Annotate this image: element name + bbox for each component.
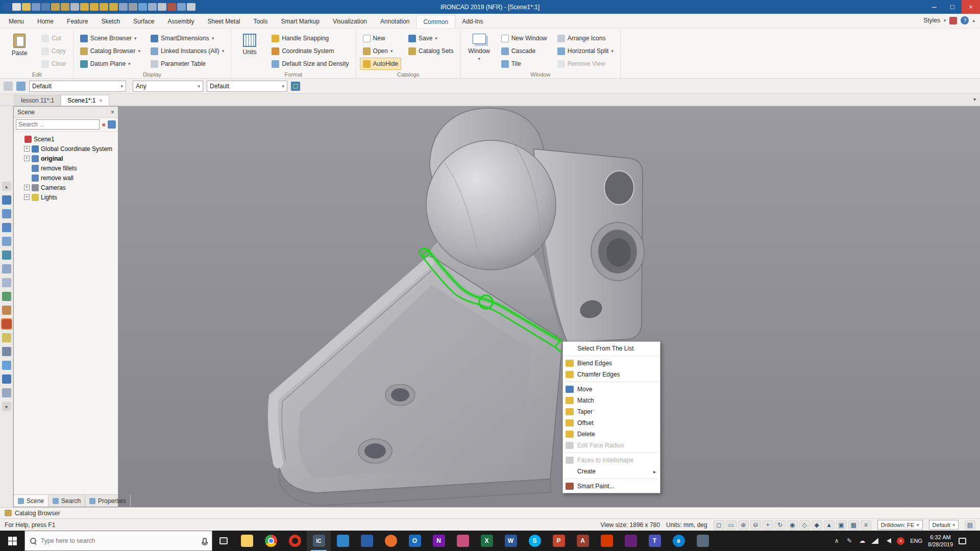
expand-icon[interactable]: +	[24, 185, 30, 190]
collapse-ribbon-icon[interactable]: ▴	[972, 18, 975, 23]
zoom-in-icon[interactable]: ⊕	[738, 520, 749, 530]
camera-view-icon[interactable]: ▣	[836, 520, 847, 530]
taskbar-onenote-button[interactable]: N	[427, 531, 451, 551]
arrange-icons-button[interactable]: Arrange Icons	[554, 32, 617, 44]
expand-icon[interactable]: +	[24, 156, 30, 161]
taskbar-teams-button[interactable]: T	[643, 531, 667, 551]
taskbar-edge-button[interactable]: e	[667, 531, 691, 551]
menu-tab-smart-markup[interactable]: Smart Markup	[275, 15, 326, 28]
paste-button[interactable]: Paste	[5, 31, 34, 70]
catalog-scenes-icon[interactable]	[2, 347, 11, 356]
wireframe-mode-icon[interactable]: ◇	[799, 520, 810, 530]
snap-icon[interactable]	[138, 3, 147, 11]
expand-icon[interactable]: +	[24, 194, 30, 200]
context-menu-item-offset[interactable]: Offset	[563, 417, 660, 429]
menu-tab-assembly[interactable]: Assembly	[161, 15, 201, 28]
language-indicator[interactable]: ENG	[910, 538, 922, 544]
catalog-sheetmetal-icon[interactable]	[2, 251, 11, 260]
drilldown-dropdown[interactable]: Drilldown: FE ▾	[877, 520, 923, 530]
menu-tab-menu[interactable]: Menu	[2, 15, 31, 28]
panel-tab-scene[interactable]: Scene	[14, 495, 48, 507]
viewport-3d-model[interactable]	[0, 106, 980, 507]
handle-snapping-button[interactable]: Handle Snapping	[268, 32, 352, 44]
smartdimensions-button[interactable]: SmartDimensions ▾	[148, 32, 227, 44]
context-menu-item-select-from-the-list[interactable]: Select From The List	[563, 343, 660, 354]
catalog-sketch-icon[interactable]	[2, 361, 11, 370]
taskbar-search[interactable]	[24, 531, 212, 551]
measure-icon[interactable]	[158, 3, 166, 11]
catalog-tools-icon[interactable]	[2, 223, 11, 232]
new-window-button[interactable]: New Window	[498, 32, 550, 44]
zoom-out-icon[interactable]: ⊖	[750, 520, 761, 530]
catalog-sets-button[interactable]: Catalog Sets	[405, 45, 457, 57]
tray-expand-icon[interactable]: ∧	[833, 537, 840, 544]
taskbar-skype-button[interactable]: S	[523, 531, 547, 551]
app-menu-icon[interactable]	[3, 3, 11, 11]
catalog-colors-icon[interactable]	[2, 319, 11, 329]
close-button[interactable]: ×	[962, 0, 980, 14]
taskbar-search-input[interactable]	[41, 537, 199, 544]
catalog-textures-icon[interactable]	[2, 306, 11, 315]
display-options-icon[interactable]: ≡	[861, 520, 871, 530]
taskbar-photos-button[interactable]	[331, 531, 355, 551]
linked-instances-button[interactable]: Linked Instances (All) ▾	[148, 45, 227, 57]
panel-tab-properties[interactable]: Properties	[85, 495, 131, 507]
expand-icon[interactable]: +	[24, 146, 30, 152]
taskbar-excel-button[interactable]: X	[475, 531, 499, 551]
maximize-button[interactable]: □	[943, 0, 962, 14]
context-menu-item-taper[interactable]: Taper	[563, 406, 660, 417]
context-menu-item-chamfer-edges[interactable]: Chamfer Edges	[563, 369, 660, 380]
units-button[interactable]: Units	[235, 31, 264, 70]
context-menu-item-blend-edges[interactable]: Blend Edges	[563, 358, 660, 369]
onedrive-icon[interactable]: ☁	[859, 537, 866, 544]
autohide-button[interactable]: AutoHide	[360, 58, 401, 70]
tree-item-remove-fillets[interactable]: remove fillets	[15, 163, 117, 173]
viewport[interactable]	[0, 106, 980, 507]
multi-viewport-icon[interactable]: ▦	[848, 520, 859, 530]
tree-item-original[interactable]: +original	[15, 154, 117, 163]
taskbar-mail-button[interactable]	[355, 531, 379, 551]
redo-icon[interactable]	[90, 3, 99, 11]
taskbar-firefox-button[interactable]	[379, 531, 403, 551]
save-as-icon[interactable]	[41, 3, 50, 11]
catalog-assembly-icon[interactable]	[2, 374, 11, 384]
orbit-icon[interactable]: ↻	[775, 520, 786, 530]
configuration-status-dropdown[interactable]: Default ▾	[929, 520, 959, 530]
undo-icon[interactable]	[80, 3, 89, 11]
scene-settings-icon[interactable]: ▤	[965, 520, 975, 530]
taskbar-access-button[interactable]: A	[571, 531, 595, 551]
render-icon[interactable]	[129, 3, 137, 11]
scene-search-input[interactable]	[16, 119, 100, 130]
configuration-dropdown[interactable]: Default ▾	[207, 81, 287, 92]
export-icon[interactable]	[61, 3, 69, 11]
context-menu-item-move[interactable]: Move	[563, 384, 660, 395]
tree-item-global-coordinate-system[interactable]: +Global Coordinate System	[15, 144, 117, 154]
catalog-advshapes-icon[interactable]	[2, 209, 11, 218]
context-menu-item-delete[interactable]: Delete	[563, 429, 660, 440]
taskbar-chrome-button[interactable]	[259, 531, 283, 551]
menu-tab-add-ins[interactable]: Add-Ins	[455, 15, 489, 28]
catalog-animation-icon[interactable]	[2, 292, 11, 301]
microphone-icon[interactable]	[203, 538, 207, 544]
selection-filter-dropdown[interactable]: Any ▾	[133, 81, 203, 92]
start-button[interactable]	[0, 531, 24, 551]
task-view-button[interactable]	[212, 531, 235, 551]
menu-tab-tools[interactable]: Tools	[247, 15, 275, 28]
catalog-shapes-icon[interactable]	[2, 195, 11, 205]
styles-icon[interactable]	[167, 3, 176, 11]
taskbar-settings-app-button[interactable]	[691, 531, 715, 551]
tree-item-lights[interactable]: +Lights	[15, 192, 117, 202]
previous-view-icon[interactable]	[100, 3, 108, 11]
styles-label[interactable]: Styles	[923, 17, 940, 24]
context-menu-item-match[interactable]: Match	[563, 395, 660, 406]
scene-browser-button[interactable]: Scene Browser ▾	[77, 32, 143, 44]
open-icon[interactable]	[22, 3, 31, 11]
menu-tab-home[interactable]: Home	[31, 15, 60, 28]
select-tool-icon[interactable]	[16, 82, 26, 91]
tree-item-cameras[interactable]: +Cameras	[15, 183, 117, 192]
taskbar-paint-button[interactable]	[451, 531, 475, 551]
close-tab-icon[interactable]: ×	[100, 97, 103, 104]
catalog-surfaces-icon[interactable]	[2, 237, 11, 246]
catalog-lights-icon[interactable]	[2, 333, 11, 342]
next-view-icon[interactable]	[109, 3, 118, 11]
